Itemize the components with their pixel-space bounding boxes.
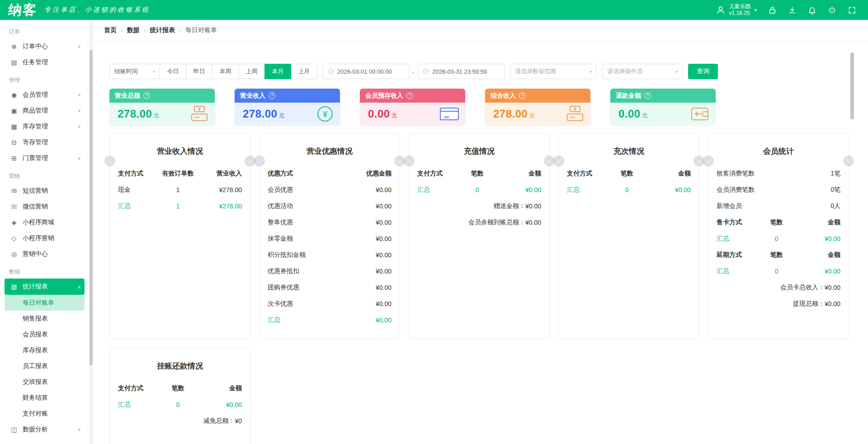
cell: ¥0.00 xyxy=(326,186,392,194)
search-button[interactable]: 查询 xyxy=(688,64,718,79)
cell: 团购券优惠 xyxy=(268,283,326,292)
extra-row: 减免总额： ¥0 xyxy=(110,413,250,429)
sidebar-subitem-finance-settlement[interactable]: 财务结算 xyxy=(5,390,85,406)
table-row: 次卡优惠 ¥0.00 xyxy=(259,296,400,312)
data-scope-placeholder: 请选择数据范围 xyxy=(515,67,556,76)
chevron-down-icon: ∨ xyxy=(78,427,81,432)
sidebar-item-ticket-management[interactable]: ⊞ 门票管理 ∨ xyxy=(5,150,85,166)
sidebar-item-order-center[interactable]: ⊕ 订单中心 ∨ xyxy=(5,38,85,54)
carousel-prev-button[interactable]: ‹ xyxy=(254,156,265,166)
sidebar-item-task-management[interactable]: ▤ 任务管理 xyxy=(5,54,85,70)
sidebar-scrollbar[interactable] xyxy=(89,20,93,444)
range-yesterday-button[interactable]: 昨日 xyxy=(186,64,212,79)
fullscreen-icon[interactable] xyxy=(847,5,856,14)
carousel-next-button[interactable]: › xyxy=(843,156,854,166)
stat-card-unit: 元 xyxy=(642,112,648,119)
table-row-total: 汇总 0 ¥0.00 xyxy=(409,182,549,198)
range-last-week-button[interactable]: 上周 xyxy=(238,64,265,79)
cell: 优惠券抵扣 xyxy=(268,267,326,275)
extra-row: 会员卡总收入： ¥0.00 xyxy=(708,279,849,296)
stat-cards: 营业总额 ? 278.00元 ¥ xyxy=(109,89,852,125)
user-menu[interactable]: 儿童乐园 v1.16.25 ▾ xyxy=(716,3,757,17)
sidebar-item-label: 订单中心 xyxy=(23,43,48,51)
sidebar-section-marketing: 营销 xyxy=(9,172,89,180)
range-this-week-button[interactable]: 本周 xyxy=(212,64,239,79)
start-date-input[interactable]: 2026-03-01 00:00:00 xyxy=(323,64,410,79)
sidebar-item-data-analysis[interactable]: ◫ 数据分析 ∨ xyxy=(5,421,85,437)
cell: 汇总 xyxy=(118,401,158,409)
sidebar-item-inventory-management[interactable]: ▦ 库存管理 ∨ xyxy=(5,118,85,134)
sidebar-item-deposit-management[interactable]: ⊟ 寄存管理 xyxy=(5,134,85,150)
download-icon[interactable] xyxy=(788,5,797,14)
time-type-select[interactable]: 结账时间 ▾ xyxy=(109,64,160,79)
sidebar-item-wechat-marketing[interactable]: ☏ 微信营销 xyxy=(5,198,85,214)
column-header: 营业收入 xyxy=(198,170,242,178)
breadcrumb-data[interactable]: 数据 xyxy=(127,26,140,34)
help-icon[interactable]: ? xyxy=(644,92,651,99)
sidebar-scrollbar-thumb[interactable] xyxy=(90,50,93,365)
stat-label: 散客消费笔数 xyxy=(717,170,755,178)
extra-value: ¥0 xyxy=(235,417,242,425)
stat-label: 会员消费笔数 xyxy=(717,186,755,194)
range-today-button[interactable]: 今日 xyxy=(160,64,186,79)
help-icon[interactable]: ? xyxy=(519,92,526,99)
sidebar-subitem-shift-report[interactable]: 交班报表 xyxy=(5,374,85,390)
operator-select[interactable]: 请选择操作员 ▾ xyxy=(602,64,683,79)
carousel-prev-button[interactable]: ‹ xyxy=(703,156,714,166)
sidebar-item-miniapp-mall[interactable]: ◈ 小程序商城 xyxy=(5,214,85,230)
chevron-down-icon: ▾ xyxy=(675,69,678,74)
panel-title: 挂账还款情况 xyxy=(110,361,250,371)
cell: ¥278.00 xyxy=(198,203,242,210)
stat-value: 0笔 xyxy=(830,186,840,194)
carousel-prev-button[interactable]: ‹ xyxy=(404,156,415,166)
cell: ¥0.00 xyxy=(198,401,242,408)
table-header: 支付方式 笔数 金额 xyxy=(559,165,699,182)
power-icon[interactable] xyxy=(827,5,836,14)
stat-card-business-income: 营业收入 ? 278.00元 ¥ xyxy=(235,89,340,125)
chevron-up-icon: ∧ xyxy=(78,284,81,289)
data-scope-select[interactable]: 请选择数据范围 ▾ xyxy=(510,64,597,79)
sidebar-item-miniapp-marketing[interactable]: ◇ 小程序营销 xyxy=(5,230,85,246)
stat-card-unit: 元 xyxy=(392,112,397,119)
sidebar-item-marketing-center[interactable]: ◎ 营销中心 xyxy=(5,246,85,262)
cell: 汇总 xyxy=(567,186,607,194)
help-icon[interactable]: ? xyxy=(406,92,413,99)
range-this-month-button[interactable]: 本月 xyxy=(264,64,291,79)
extra-value: ¥0.00 xyxy=(525,219,541,226)
sidebar-item-member-management[interactable]: ◉ 会员管理 ∨ xyxy=(5,87,85,103)
topbar: 纳客 专注单店、小连锁的收银系统 儿童乐园 v1.16.25 ▾ xyxy=(0,0,868,20)
vip-card-icon: VIP xyxy=(439,105,460,123)
bell-icon[interactable] xyxy=(807,5,816,14)
cell: 汇总 xyxy=(417,186,457,194)
cell: 0 xyxy=(158,401,198,408)
carousel-prev-button[interactable]: ‹ xyxy=(553,156,564,166)
main-scrollbar[interactable] xyxy=(850,41,854,444)
end-date-input[interactable]: 2026-03-31 23:59:59 xyxy=(418,64,505,79)
help-icon[interactable]: ? xyxy=(269,92,275,99)
cell: ¥0.00 xyxy=(326,316,392,324)
stat-card-title: 营业总额 xyxy=(115,92,140,100)
table-row: 会员优惠 ¥0.00 xyxy=(259,182,400,198)
lock-icon[interactable] xyxy=(768,5,777,14)
sidebar-subitem-daily-statement[interactable]: 每日对账单 xyxy=(5,295,85,311)
column-header: 金额 xyxy=(497,170,541,178)
range-last-month-button[interactable]: 上月 xyxy=(291,64,317,79)
sidebar-item-statistics-report[interactable]: ▥ 统计报表 ∧ xyxy=(5,279,85,295)
breadcrumb-statistics-report[interactable]: 统计报表 xyxy=(150,26,175,34)
breadcrumb-home[interactable]: 首页 xyxy=(104,26,117,34)
help-icon[interactable]: ? xyxy=(143,92,150,99)
sidebar-item-sms-marketing[interactable]: ✉ 短信营销 xyxy=(5,183,85,198)
sidebar-section-management: 管理 xyxy=(9,76,89,84)
main-scrollbar-thumb[interactable] xyxy=(850,52,854,119)
cell: 汇总 xyxy=(118,202,158,210)
sidebar-item-goods-management[interactable]: ▣ 商品管理 ∨ xyxy=(5,103,85,118)
store-name: 儿童乐园 xyxy=(729,3,750,10)
sidebar-subitem-inventory-report[interactable]: 库存报表 xyxy=(5,342,85,358)
cell: ¥0.00 xyxy=(326,268,392,275)
sidebar-subitem-staff-report[interactable]: 员工报表 xyxy=(5,358,85,374)
sidebar-subitem-sales-report[interactable]: 销售报表 xyxy=(5,311,85,326)
carousel-prev-button[interactable]: ‹ xyxy=(104,156,115,166)
sidebar-subitem-member-report[interactable]: 会员报表 xyxy=(5,326,85,342)
sidebar-subitem-payment-reconciliation[interactable]: 支付对账 xyxy=(5,406,85,421)
extra-label: 赠送金额： xyxy=(494,202,525,210)
